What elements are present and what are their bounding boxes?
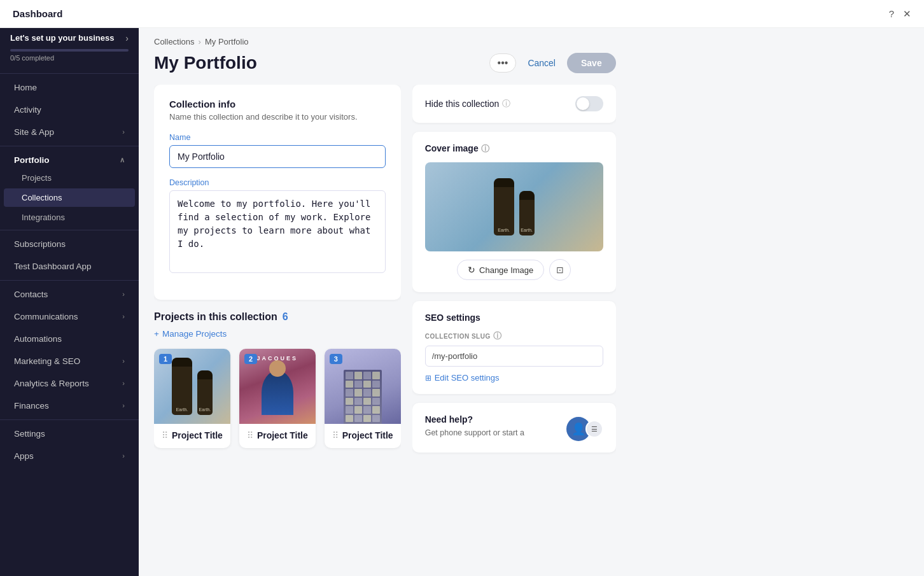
seo-settings-card: SEO settings COLLECTION SLUG ⓘ ⊞ Edit SE… <box>412 301 616 394</box>
sidebar: Let's set up your business › 0/5 complet… <box>0 28 139 576</box>
sidebar-item-label: Activity <box>14 105 41 115</box>
sidebar-item-label: Settings <box>14 429 45 439</box>
sidebar-sub-label: Integrations <box>22 213 65 222</box>
cover-image-card: Cover image ⓘ Earth. Earth. <box>412 132 616 292</box>
chevron-right-icon: › <box>122 313 125 320</box>
setup-title: Let's set up your business <box>10 33 114 44</box>
sidebar-item-settings[interactable]: Settings <box>4 423 135 444</box>
save-button[interactable]: Save <box>567 53 616 73</box>
sidebar-item-integrations[interactable]: Integrations <box>4 208 135 227</box>
sidebar-item-label: Contacts <box>14 290 48 299</box>
cover-image-title: Cover image ⓘ <box>425 143 603 155</box>
project-num-badge: 2 <box>244 354 257 364</box>
chevron-right-icon: › <box>122 379 125 387</box>
refresh-icon: ↻ <box>468 265 475 275</box>
sidebar-item-label: Communications <box>14 312 78 321</box>
collection-info-title: Collection info <box>169 99 386 109</box>
description-input[interactable] <box>169 190 386 273</box>
setup-section[interactable]: Let's set up your business › 0/5 complet… <box>0 28 139 71</box>
project-card-2[interactable]: 2 JACQUES ⠿ Project Title <box>239 349 316 448</box>
chevron-right-icon: › <box>122 357 125 365</box>
help-icon[interactable]: ? <box>889 8 894 19</box>
toggle-knob <box>577 97 589 110</box>
breadcrumb-current: My Portfolio <box>205 37 249 46</box>
sidebar-item-collections[interactable]: Collections <box>4 188 135 207</box>
hide-collection-label: Hide this collection ⓘ <box>425 98 511 109</box>
sidebar-item-apps[interactable]: Apps › <box>4 446 135 467</box>
seo-settings-title: SEO settings <box>425 313 603 323</box>
sidebar-item-finances[interactable]: Finances › <box>4 395 135 416</box>
project-num-badge: 1 <box>159 354 172 364</box>
need-help-card: Need help? Get phone support or start a … <box>412 403 616 453</box>
drag-icon: ⠿ <box>247 430 253 440</box>
building-graphic <box>344 370 382 424</box>
project-card-3[interactable]: 3 <box>325 349 401 448</box>
breadcrumb-collections[interactable]: Collections <box>154 37 195 46</box>
need-help-title: Need help? <box>425 414 524 425</box>
hide-collection-card: Hide this collection ⓘ <box>412 85 616 123</box>
hide-collection-toggle[interactable] <box>575 96 603 111</box>
sidebar-item-test-dashboard-app[interactable]: Test Dashboard App <box>4 256 135 277</box>
more-options-button[interactable]: ••• <box>489 53 517 73</box>
cover-image-container: Earth. Earth. <box>425 162 603 251</box>
chevron-right-icon: › <box>122 128 125 136</box>
description-label: Description <box>169 178 386 187</box>
projects-count: 6 <box>283 311 288 323</box>
chevron-right-icon: › <box>122 402 125 409</box>
info-icon: ⓘ <box>502 98 510 109</box>
sidebar-item-contacts[interactable]: Contacts › <box>4 284 135 305</box>
edit-icon: ⊞ <box>425 374 431 383</box>
projects-section-title: Projects in this collection <box>154 311 277 323</box>
change-image-button[interactable]: ↻ Change Image <box>457 260 544 280</box>
sidebar-item-communications[interactable]: Communications › <box>4 306 135 327</box>
sidebar-item-label: Home <box>14 83 37 92</box>
sidebar-item-label: Subscriptions <box>14 239 66 249</box>
sidebar-item-site-app[interactable]: Site & App › <box>4 122 135 143</box>
chevron-up-icon: ∧ <box>120 156 125 164</box>
edit-seo-link[interactable]: ⊞ Edit SEO settings <box>425 373 603 383</box>
progress-text: 0/5 completed <box>10 54 129 62</box>
sidebar-item-subscriptions[interactable]: Subscriptions <box>4 234 135 255</box>
project-num-badge: 3 <box>330 354 342 364</box>
close-icon[interactable]: ✕ <box>903 8 911 20</box>
chevron-right-icon: › <box>122 290 125 298</box>
sidebar-item-label: Automations <box>14 334 62 344</box>
crop-icon: ⊡ <box>556 265 564 275</box>
sidebar-item-label: Test Dashboard App <box>14 262 92 271</box>
sidebar-item-label: Site & App <box>14 127 54 137</box>
sidebar-item-home[interactable]: Home <box>4 77 135 98</box>
sidebar-item-label: Portfolio <box>14 155 50 165</box>
sidebar-item-projects[interactable]: Projects <box>4 169 135 187</box>
sidebar-sub-label: Projects <box>22 173 52 183</box>
name-input[interactable] <box>169 145 386 168</box>
chevron-right-icon: › <box>122 452 125 460</box>
need-help-text: Get phone support or start a <box>425 428 524 437</box>
sidebar-item-marketing-seo[interactable]: Marketing & SEO › <box>4 351 135 372</box>
projects-section: Projects in this collection 6 + Manage P… <box>154 311 401 448</box>
sidebar-item-activity[interactable]: Activity <box>4 99 135 120</box>
slug-input[interactable] <box>425 346 603 367</box>
project-name: Project Title <box>257 430 308 440</box>
sidebar-item-label: Apps <box>14 451 34 461</box>
collection-info-subtitle: Name this collection and describe it to … <box>169 112 386 122</box>
plus-icon: + <box>154 329 159 339</box>
project-card-1[interactable]: 1 Earth. Earth. <box>154 349 230 448</box>
collection-info-card: Collection info Name this collection and… <box>154 85 401 300</box>
crop-image-button[interactable]: ⊡ <box>549 259 571 281</box>
cancel-button[interactable]: Cancel <box>521 54 562 72</box>
sidebar-item-portfolio[interactable]: Portfolio ∧ <box>4 150 135 167</box>
setup-arrow: › <box>125 33 129 43</box>
name-label: Name <box>169 133 386 142</box>
right-panel: Hide this collection ⓘ Cover image ⓘ <box>412 85 616 576</box>
app-title: Dashboard <box>13 8 62 19</box>
sidebar-item-label: Finances <box>14 401 49 411</box>
sidebar-item-analytics-reports[interactable]: Analytics & Reports › <box>4 373 135 394</box>
breadcrumb-separator: › <box>199 37 201 46</box>
manage-projects-link[interactable]: + Manage Projects <box>154 329 401 339</box>
project-name: Project Title <box>172 430 223 440</box>
breadcrumb: Collections › My Portfolio <box>154 37 616 46</box>
page-title: My Portfolio <box>154 53 257 73</box>
sidebar-item-automations[interactable]: Automations <box>4 328 135 349</box>
manage-projects-label: Manage Projects <box>162 329 227 339</box>
sidebar-item-label: Marketing & SEO <box>14 356 80 366</box>
